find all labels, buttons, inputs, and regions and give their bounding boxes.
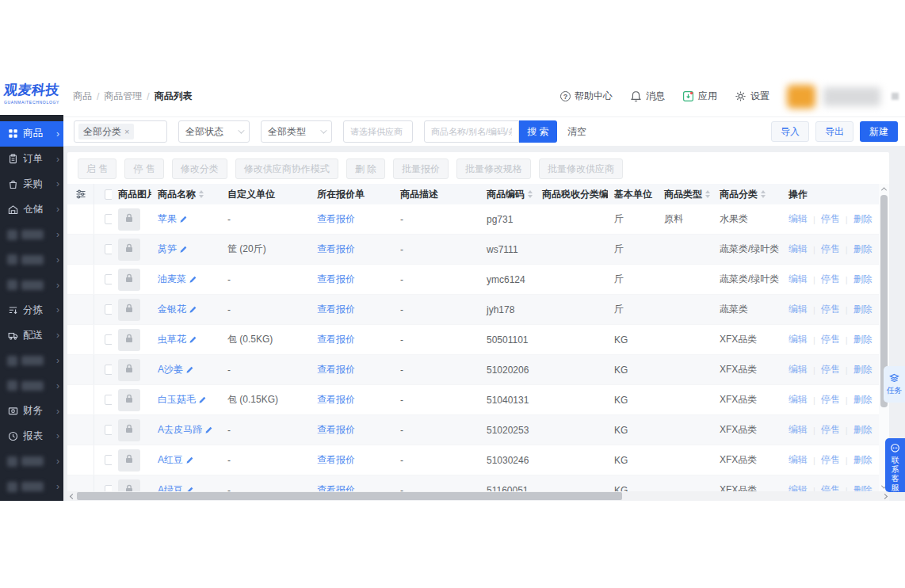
edit-pencil-icon[interactable] [185,486,194,491]
column-header[interactable]: 商品编码 [480,184,536,204]
horizontal-scroll-thumb[interactable] [77,492,622,500]
scroll-up-arrow-icon[interactable] [879,184,889,193]
sidebar-item-purchase[interactable]: 采购› [0,172,63,197]
view-quote-link[interactable]: 查看报价 [317,333,355,346]
sidebar-item-blurred[interactable]: › [0,474,63,499]
sort-icon[interactable] [528,190,533,198]
edit-action-link[interactable]: 编辑 [789,333,808,346]
column-settings-icon[interactable] [67,184,94,204]
supplier-input[interactable] [343,120,413,143]
stop-sale-action-link[interactable]: 停售 [821,453,840,467]
edit-pencil-icon[interactable] [189,305,197,314]
scroll-left-arrow-icon[interactable] [67,491,77,501]
column-header[interactable]: 商品类型 [658,184,713,204]
edit-pencil-icon[interactable] [179,215,188,223]
edit-action-link[interactable]: 编辑 [789,393,808,407]
horizontal-scroll-track[interactable] [77,491,880,501]
sort-icon[interactable] [199,190,204,198]
row-checkbox[interactable] [105,214,112,224]
image-placeholder[interactable] [118,329,140,351]
row-checkbox[interactable] [105,274,112,284]
messages-button[interactable]: 消息 [630,90,665,103]
sidebar-item-orders[interactable]: 订单› [0,147,63,172]
sidebar-item-sorting[interactable]: 分拣› [0,298,63,323]
column-header[interactable]: 商品名称 [151,184,221,204]
delete-action-link[interactable]: 删除 [853,273,873,286]
image-placeholder[interactable] [118,419,140,441]
customer-service-float-tab[interactable]: 联系客服 [885,438,905,492]
sidebar-item-products-grid[interactable]: 商品› [0,121,63,147]
product-name-link[interactable]: 虫草花 [158,333,186,346]
tasks-float-tab[interactable]: 任务 [884,366,905,403]
image-placeholder[interactable] [118,208,140,231]
sort-icon[interactable] [705,190,710,198]
image-placeholder[interactable] [118,479,140,492]
view-quote-link[interactable]: 查看报价 [317,393,355,407]
stop-sale-action-link[interactable]: 停售 [821,423,840,437]
edit-pencil-icon[interactable] [198,395,207,404]
sidebar-item-blurred[interactable]: › [0,222,63,247]
edit-action-link[interactable]: 编辑 [789,483,808,491]
sidebar-item-delivery[interactable]: 配送› [0,323,63,348]
select-all-checkbox[interactable] [105,189,112,200]
product-name-link[interactable]: 金银花 [158,303,186,316]
image-placeholder[interactable] [118,359,140,381]
stop-sale-action-link[interactable]: 停售 [821,212,840,226]
row-checkbox[interactable] [105,244,112,254]
stop-sale-action-link[interactable]: 停售 [821,363,840,376]
sidebar-item-blurred[interactable]: › [0,373,63,399]
import-button[interactable]: 导入 [771,121,809,142]
row-checkbox[interactable] [105,365,112,375]
view-quote-link[interactable]: 查看报价 [317,423,355,437]
view-quote-link[interactable]: 查看报价 [317,212,355,226]
view-quote-link[interactable]: 查看报价 [317,303,355,316]
horizontal-scrollbar[interactable] [67,491,889,501]
breadcrumb-item[interactable]: 商品列表 [155,90,193,103]
delete-action-link[interactable]: 删除 [853,333,873,346]
search-input[interactable] [424,120,519,143]
stop-sale-action-link[interactable]: 停售 [821,242,840,256]
delete-action-link[interactable]: 删除 [853,423,873,437]
search-button[interactable]: 搜 索 [519,120,557,143]
batch-action-button[interactable]: 批量修改供应商 [539,158,623,179]
product-name-link[interactable]: A绿豆 [158,483,183,491]
view-quote-link[interactable]: 查看报价 [317,453,355,467]
stop-sale-action-link[interactable]: 停售 [821,483,840,491]
sidebar-item-blurred[interactable]: › [0,273,63,298]
edit-pencil-icon[interactable] [189,335,197,344]
row-checkbox[interactable] [105,334,112,345]
product-name-link[interactable]: 莴笋 [158,242,177,256]
delete-action-link[interactable]: 删除 [853,242,873,256]
edit-action-link[interactable]: 编辑 [789,423,808,437]
type-select[interactable]: 全部类型 [261,120,332,143]
edit-action-link[interactable]: 编辑 [789,363,808,376]
edit-action-link[interactable]: 编辑 [789,273,808,286]
image-placeholder[interactable] [118,239,140,261]
batch-action-button[interactable]: 启 售 [78,158,116,179]
product-name-link[interactable]: 白玉菇毛 [158,393,196,407]
view-quote-link[interactable]: 查看报价 [317,483,355,491]
edit-pencil-icon[interactable] [179,245,188,254]
export-button[interactable]: 导出 [815,121,853,142]
edit-action-link[interactable]: 编辑 [789,453,808,467]
image-placeholder[interactable] [118,269,140,291]
stop-sale-action-link[interactable]: 停售 [821,273,840,286]
row-checkbox[interactable] [105,485,112,491]
batch-action-button[interactable]: 修改分类 [172,158,227,179]
sort-icon[interactable] [761,190,766,198]
row-checkbox[interactable] [105,304,112,315]
breadcrumb-item[interactable]: 商品 [73,90,92,103]
close-icon[interactable]: × [124,127,129,136]
delete-action-link[interactable]: 删除 [853,303,873,316]
stop-sale-action-link[interactable]: 停售 [821,393,840,407]
product-name-link[interactable]: 苹果 [158,212,177,226]
edit-action-link[interactable]: 编辑 [789,242,808,256]
batch-action-button[interactable]: 修改供应商协作模式 [235,158,338,179]
delete-action-link[interactable]: 删除 [853,363,873,376]
edit-action-link[interactable]: 编辑 [789,212,808,226]
view-quote-link[interactable]: 查看报价 [317,273,355,286]
batch-action-button[interactable]: 删 除 [346,158,385,179]
row-checkbox[interactable] [105,425,112,435]
sidebar-item-blurred[interactable]: › [0,348,63,373]
column-header[interactable]: 商品分类 [713,184,782,204]
